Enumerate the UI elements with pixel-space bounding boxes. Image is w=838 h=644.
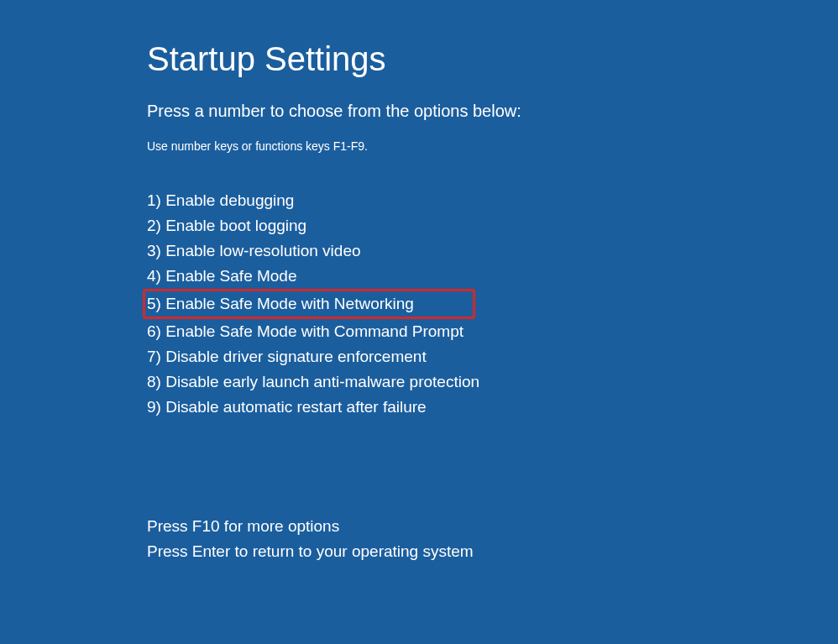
startup-option-6[interactable]: 6) Enable Safe Mode with Command Prompt (147, 319, 464, 344)
instruction-subtitle: Press a number to choose from the option… (147, 102, 838, 121)
options-list: 1) Enable debugging2) Enable boot loggin… (147, 188, 838, 420)
startup-option-8[interactable]: 8) Disable early launch anti-malware pro… (147, 369, 479, 395)
startup-settings-screen: Startup Settings Press a number to choos… (0, 0, 838, 564)
footer: Press F10 for more options Press Enter t… (147, 514, 838, 564)
startup-option-9[interactable]: 9) Disable automatic restart after failu… (147, 395, 427, 420)
footer-return: Press Enter to return to your operating … (147, 539, 838, 564)
startup-option-7[interactable]: 7) Disable driver signature enforcement (147, 344, 427, 369)
page-title: Startup Settings (147, 40, 838, 78)
instruction-hint: Use number keys or functions keys F1-F9. (147, 139, 838, 153)
footer-more-options: Press F10 for more options (147, 514, 838, 539)
startup-option-1[interactable]: 1) Enable debugging (147, 188, 294, 213)
startup-option-3[interactable]: 3) Enable low-resolution video (147, 238, 361, 264)
startup-option-2[interactable]: 2) Enable boot logging (147, 213, 306, 238)
startup-option-4[interactable]: 4) Enable Safe Mode (147, 264, 297, 289)
startup-option-5[interactable]: 5) Enable Safe Mode with Networking (143, 289, 475, 319)
